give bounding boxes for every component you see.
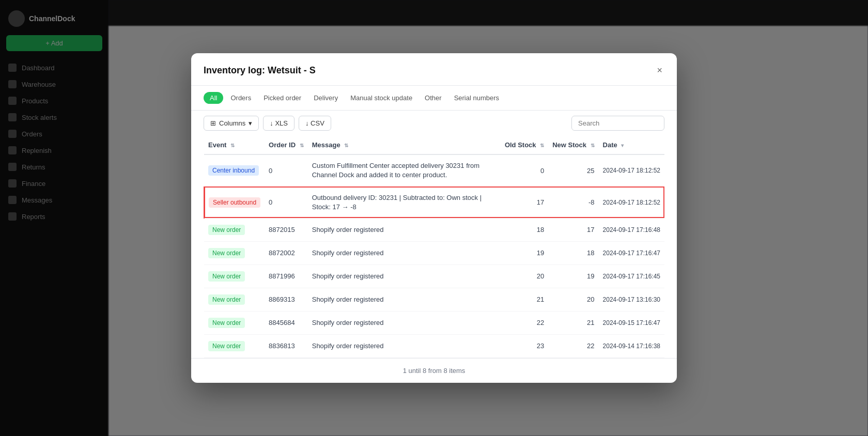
search-input[interactable] bbox=[571, 116, 664, 131]
modal-header: Inventory log: Wetsuit - S × bbox=[191, 53, 677, 86]
cell-order-id: 8845684 bbox=[265, 311, 308, 334]
pagination-text: 1 until 8 from 8 items bbox=[403, 367, 466, 375]
tab-other[interactable]: Other bbox=[420, 92, 447, 104]
inventory-table: Event ⇅ Order ID ⇅ Message ⇅ Old Stock bbox=[204, 136, 664, 358]
cell-old-stock: 19 bbox=[501, 241, 548, 264]
cell-new-stock: 18 bbox=[548, 241, 598, 264]
cell-order-id: 0 bbox=[265, 186, 308, 218]
cell-event: New order bbox=[204, 288, 265, 311]
event-badge: New order bbox=[208, 341, 245, 351]
table-row: New order 8872015 Shopify order register… bbox=[204, 218, 664, 241]
table-row: Center inbound 0 Custom Fulfillment Cent… bbox=[204, 154, 664, 186]
col-date: Date ▾ bbox=[599, 136, 664, 154]
table-row: New order 8872002 Shopify order register… bbox=[204, 241, 664, 264]
tab-serial-numbers[interactable]: Serial numbers bbox=[449, 92, 504, 104]
event-badge: New order bbox=[208, 318, 245, 328]
cell-order-id: 8872002 bbox=[265, 241, 308, 264]
sort-icon-date[interactable]: ▾ bbox=[621, 143, 624, 148]
tab-picked-order[interactable]: Picked order bbox=[258, 92, 306, 104]
cell-event: New order bbox=[204, 241, 265, 264]
cell-message: Shopify order registered bbox=[308, 288, 501, 311]
modal-title: Inventory log: Wetsuit - S bbox=[204, 65, 316, 76]
event-badge: Seller outbound bbox=[209, 197, 260, 208]
cell-message: Shopify order registered bbox=[308, 334, 501, 357]
filter-tabs: All Orders Picked order Delivery Manual … bbox=[191, 86, 677, 111]
cell-event: New order bbox=[204, 334, 265, 357]
cell-event: New order bbox=[204, 218, 265, 241]
sort-icon-new-stock[interactable]: ⇅ bbox=[591, 143, 595, 148]
modal: Inventory log: Wetsuit - S × All Orders … bbox=[191, 53, 677, 383]
tab-all[interactable]: All bbox=[204, 92, 223, 104]
event-badge: New order bbox=[208, 225, 245, 235]
cell-event: Seller outbound bbox=[204, 186, 265, 218]
event-badge: New order bbox=[208, 271, 245, 282]
cell-new-stock: 21 bbox=[548, 311, 598, 334]
columns-icon: ⊞ bbox=[210, 119, 216, 127]
table-row: New order 8871996 Shopify order register… bbox=[204, 264, 664, 288]
col-event: Event ⇅ bbox=[204, 136, 265, 154]
cell-old-stock: 22 bbox=[501, 311, 548, 334]
cell-order-id: 8872015 bbox=[265, 218, 308, 241]
cell-date: 2024-09-17 17:16:45 bbox=[599, 264, 664, 288]
col-order-id: Order ID ⇅ bbox=[265, 136, 308, 154]
table-header-row: Event ⇅ Order ID ⇅ Message ⇅ Old Stock bbox=[204, 136, 664, 154]
sort-icon-event[interactable]: ⇅ bbox=[230, 143, 235, 148]
csv-button[interactable]: ↓ CSV bbox=[299, 116, 331, 131]
cell-order-id: 0 bbox=[265, 154, 308, 186]
cell-event: New order bbox=[204, 311, 265, 334]
cell-event: New order bbox=[204, 264, 265, 288]
sort-icon-message[interactable]: ⇅ bbox=[344, 143, 348, 148]
columns-label: Columns bbox=[219, 119, 245, 127]
sort-icon-order-id[interactable]: ⇅ bbox=[300, 143, 304, 148]
cell-old-stock: 21 bbox=[501, 288, 548, 311]
cell-order-id: 8871996 bbox=[265, 264, 308, 288]
cell-date: 2024-09-17 18:12:52 bbox=[599, 186, 664, 218]
table-wrapper: Event ⇅ Order ID ⇅ Message ⇅ Old Stock bbox=[191, 136, 677, 358]
cell-order-id: 8869313 bbox=[265, 288, 308, 311]
cell-new-stock: 17 bbox=[548, 218, 598, 241]
cell-old-stock: 0 bbox=[501, 154, 548, 186]
tab-delivery[interactable]: Delivery bbox=[308, 92, 343, 104]
columns-button[interactable]: ⊞ Columns ▾ bbox=[204, 116, 259, 131]
tab-manual-stock-update[interactable]: Manual stock update bbox=[345, 92, 417, 104]
event-badge: New order bbox=[208, 294, 245, 305]
event-badge: New order bbox=[208, 248, 245, 258]
cell-message: Shopify order registered bbox=[308, 241, 501, 264]
col-new-stock: New Stock ⇅ bbox=[548, 136, 598, 154]
cell-message: Custom Fulfillment Center accepted deliv… bbox=[308, 154, 501, 186]
table-row: New order 8845684 Shopify order register… bbox=[204, 311, 664, 334]
col-message: Message ⇅ bbox=[308, 136, 501, 154]
chevron-down-icon: ▾ bbox=[249, 119, 252, 127]
cell-event: Center inbound bbox=[204, 154, 265, 186]
cell-message: Shopify order registered bbox=[308, 218, 501, 241]
cell-new-stock: 22 bbox=[548, 334, 598, 357]
cell-message: Shopify order registered bbox=[308, 311, 501, 334]
cell-date: 2024-09-17 13:16:30 bbox=[599, 288, 664, 311]
cell-message: Outbound delivery ID: 30231 | Subtracted… bbox=[308, 186, 501, 218]
cell-new-stock: 20 bbox=[548, 288, 598, 311]
table-row: Seller outbound 0 Outbound delivery ID: … bbox=[204, 186, 664, 218]
cell-new-stock: -8 bbox=[548, 186, 598, 218]
cell-date: 2024-09-14 17:16:38 bbox=[599, 334, 664, 357]
table-row: New order 8869313 Shopify order register… bbox=[204, 288, 664, 311]
cell-old-stock: 17 bbox=[501, 186, 548, 218]
col-old-stock: Old Stock ⇅ bbox=[501, 136, 548, 154]
cell-date: 2024-09-15 17:16:47 bbox=[599, 311, 664, 334]
cell-new-stock: 19 bbox=[548, 264, 598, 288]
cell-old-stock: 20 bbox=[501, 264, 548, 288]
cell-date: 2024-09-17 18:12:52 bbox=[599, 154, 664, 186]
cell-message: Shopify order registered bbox=[308, 264, 501, 288]
modal-close-button[interactable]: × bbox=[655, 64, 664, 77]
cell-old-stock: 18 bbox=[501, 218, 548, 241]
cell-date: 2024-09-17 17:16:47 bbox=[599, 241, 664, 264]
table-toolbar: ⊞ Columns ▾ ↓ XLS ↓ CSV bbox=[191, 111, 677, 136]
cell-date: 2024-09-17 17:16:48 bbox=[599, 218, 664, 241]
pagination: 1 until 8 from 8 items bbox=[191, 358, 677, 383]
sort-icon-old-stock[interactable]: ⇅ bbox=[540, 143, 544, 148]
toolbar-left: ⊞ Columns ▾ ↓ XLS ↓ CSV bbox=[204, 116, 331, 131]
xls-button[interactable]: ↓ XLS bbox=[263, 116, 295, 131]
modal-backdrop: Inventory log: Wetsuit - S × All Orders … bbox=[0, 0, 868, 436]
table-row: New order 8836813 Shopify order register… bbox=[204, 334, 664, 357]
tab-orders[interactable]: Orders bbox=[225, 92, 256, 104]
cell-old-stock: 23 bbox=[501, 334, 548, 357]
